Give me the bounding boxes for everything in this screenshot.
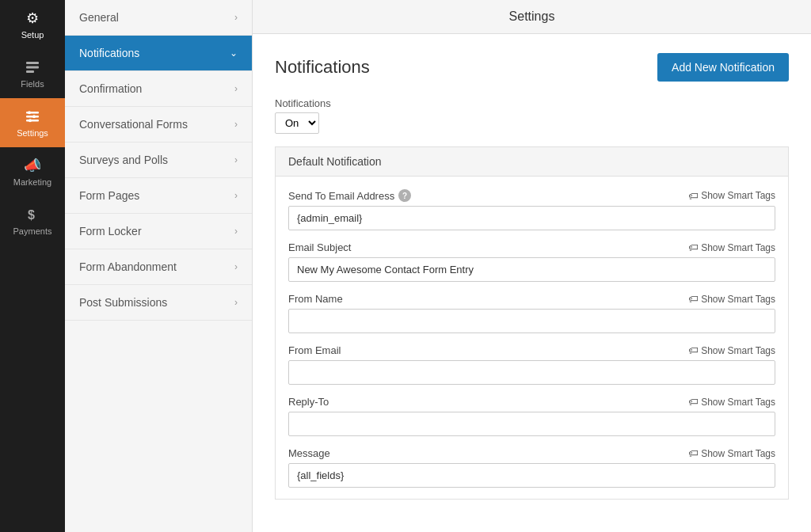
nav-item-conversational-forms[interactable]: Conversational Forms › [65,107,252,142]
marketing-icon: 📣 [24,157,41,174]
smart-tags-link-reply-to[interactable]: 🏷 Show Smart Tags [688,396,775,408]
message-input[interactable] [288,463,775,488]
field-reply-to: Reply-To 🏷 Show Smart Tags [288,396,775,436]
setup-icon: ⚙ [24,10,41,27]
svg-point-6 [28,111,31,114]
sidebar-item-settings[interactable]: Settings [0,98,65,147]
from-email-input[interactable] [288,360,775,385]
field-from-email-label: From Email [288,344,341,356]
notification-form: Send To Email Address ? 🏷 Show Smart Tag… [275,177,789,500]
icon-sidebar: ⚙ Setup Fields Settings 📣 Market [0,0,65,532]
sidebar-item-marketing-label: Marketing [13,177,51,187]
payments-icon: $ [24,206,41,223]
nav-item-post-submissions[interactable]: Post Submissions › [65,285,252,321]
fields-icon [24,59,41,76]
field-from-email-label-row: From Email 🏷 Show Smart Tags [288,344,775,356]
chevron-down-icon: ⌄ [230,48,238,59]
nav-item-form-pages-label: Form Pages [79,189,139,202]
field-email-subject-label: Email Subject [288,241,351,253]
notifications-toggle-select[interactable]: On Off [275,112,319,134]
svg-rect-5 [26,120,39,122]
nav-item-form-pages[interactable]: Form Pages › [65,178,252,214]
nav-item-form-abandonment[interactable]: Form Abandonment › [65,249,252,285]
chevron-right-icon: › [234,226,238,237]
smart-tags-link-email[interactable]: 🏷 Show Smart Tags [688,190,775,202]
nav-item-post-submissions-label: Post Submissions [79,296,167,309]
add-new-notification-button[interactable]: Add New Notification [657,53,789,82]
nav-item-form-abandonment-label: Form Abandonment [79,260,177,273]
page-title: Notifications [275,57,370,78]
secondary-sidebar: General › Notifications ⌄ Confirmation ›… [65,0,253,532]
nav-item-notifications-label: Notifications [79,47,139,59]
field-reply-to-label-row: Reply-To 🏷 Show Smart Tags [288,396,775,408]
chevron-right-icon: › [234,119,238,130]
svg-point-7 [32,115,36,118]
svg-rect-1 [26,66,39,69]
tag-icon: 🏷 [688,293,699,305]
settings-icon [24,108,41,125]
main-content-wrapper: Settings Notifications Add New Notificat… [253,0,811,532]
sidebar-item-fields-label: Fields [21,79,44,89]
tag-icon: 🏷 [688,241,699,253]
smart-tags-link-from-email[interactable]: 🏷 Show Smart Tags [688,344,775,356]
nav-item-notifications[interactable]: Notifications ⌄ [65,36,252,71]
tag-icon: 🏷 [688,447,699,459]
chevron-right-icon: › [234,261,238,272]
email-subject-input[interactable] [288,257,775,282]
svg-text:$: $ [28,208,35,222]
smart-tags-link-subject[interactable]: 🏷 Show Smart Tags [688,241,775,253]
sidebar-item-fields[interactable]: Fields [0,49,65,98]
field-email-subject: Email Subject 🏷 Show Smart Tags [288,241,775,282]
field-send-to-email-label: Send To Email Address ? [288,189,411,202]
field-from-name: From Name 🏷 Show Smart Tags [288,293,775,333]
tag-icon: 🏷 [688,396,699,408]
nav-item-conversational-forms-label: Conversational Forms [79,118,188,131]
field-message-label-row: Message 🏷 Show Smart Tags [288,447,775,459]
notifications-toggle-label: Notifications [275,97,789,109]
top-bar-title: Settings [509,10,555,23]
nav-item-confirmation[interactable]: Confirmation › [65,71,252,107]
nav-item-confirmation-label: Confirmation [79,82,142,95]
nav-item-general-label: General [79,11,119,24]
nav-item-surveys-polls[interactable]: Surveys and Polls › [65,142,252,178]
notifications-toggle-row: Notifications On Off [275,97,789,134]
sidebar-item-payments[interactable]: $ Payments [0,196,65,245]
smart-tags-link-message[interactable]: 🏷 Show Smart Tags [688,447,775,459]
chevron-right-icon: › [234,12,238,23]
svg-point-8 [29,119,32,122]
nav-item-general[interactable]: General › [65,0,252,36]
field-from-email: From Email 🏷 Show Smart Tags [288,344,775,385]
tag-icon: 🏷 [688,344,699,356]
nav-item-form-locker[interactable]: Form Locker › [65,214,252,249]
field-email-subject-label-row: Email Subject 🏷 Show Smart Tags [288,241,775,253]
svg-rect-2 [26,70,34,73]
field-message: Message 🏷 Show Smart Tags [288,447,775,488]
field-from-name-label-row: From Name 🏷 Show Smart Tags [288,293,775,305]
field-from-name-label: From Name [288,293,343,305]
chevron-right-icon: › [234,83,238,94]
chevron-right-icon: › [234,154,238,165]
field-message-label: Message [288,447,330,459]
reply-to-input[interactable] [288,412,775,436]
chevron-right-icon: › [234,190,238,201]
sidebar-item-setup[interactable]: ⚙ Setup [0,0,65,49]
sidebar-item-setup-label: Setup [21,30,44,40]
sidebar-item-payments-label: Payments [13,226,52,236]
chevron-right-icon: › [234,297,238,308]
nav-item-form-locker-label: Form Locker [79,225,142,238]
help-icon[interactable]: ? [398,189,411,202]
send-to-email-input[interactable] [288,206,775,230]
tag-icon: 🏷 [688,190,699,202]
default-notification-header: Default Notification [275,146,789,177]
smart-tags-link-from-name[interactable]: 🏷 Show Smart Tags [688,293,775,305]
sidebar-item-settings-label: Settings [17,128,48,138]
top-bar: Settings [253,0,811,34]
svg-rect-0 [26,62,39,64]
field-send-to-email-label-row: Send To Email Address ? 🏷 Show Smart Tag… [288,189,775,202]
sidebar-item-marketing[interactable]: 📣 Marketing [0,147,65,196]
field-send-to-email: Send To Email Address ? 🏷 Show Smart Tag… [288,189,775,230]
from-name-input[interactable] [288,309,775,333]
content-area: Notifications Add New Notification Notif… [253,34,811,532]
nav-item-surveys-polls-label: Surveys and Polls [79,154,168,166]
content-header: Notifications Add New Notification [275,53,789,82]
